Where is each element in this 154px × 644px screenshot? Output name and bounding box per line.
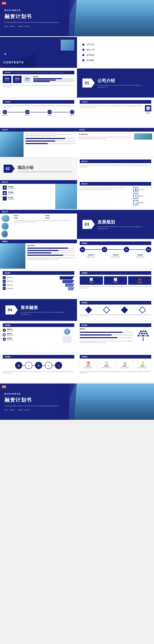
slide-section-03: 03 发展规划 print the presentation and make … [77, 210, 154, 239]
row-section4: 04 资本融资 print the presentation and make … [0, 299, 154, 321]
slide-project-icons: 项目介绍 print the presentation and make it … [77, 180, 154, 209]
contents-item-3: 发展规划 [82, 54, 148, 56]
cover-title: 融资计划书 [4, 13, 65, 20]
slide-project-list: 项目介绍 💡 财务数据财务数据说明 📋 财务数据财务数据说明 📱 财务数据财务数… [0, 180, 77, 209]
slide-capital-header: 发展规划 2020 2022 2024 2026 [77, 240, 154, 268]
collage-photo-2 [2, 223, 9, 230]
slide-capital-circles: 资本融资 💰 📊 🏦 📈 💼 print the presentation an… [0, 353, 77, 382]
slide-contents: CONTENTS 公司介绍 项目介绍 发展规划 资本融资 [0, 37, 154, 68]
cover-meta-author: 主题人： 演举办公 [4, 26, 15, 27]
final-meta-date: 汇报时间： XX年X月 [18, 409, 30, 411]
final-meta-author: 主题人： 演举办公 [4, 409, 15, 411]
final-cover-meta: 主题人： 演举办公 汇报时间： XX年X月 [4, 409, 65, 411]
contents-item-4: 资本融资 [82, 59, 148, 62]
cover-meta-date: 汇报时间： XX年X月 [18, 26, 30, 27]
final-cover-text: BUSINESS 融资计划书 print the presentation an… [0, 384, 70, 420]
slide-company-stats: 公司介绍 print the presentation and make it … [0, 68, 77, 98]
cover-text-area: BUSINESS 融资计划书 print the presentation an… [0, 0, 70, 36]
row-company-detail2: 公司介绍 print the presentation and make it … [0, 128, 154, 157]
cover-meta: 主题人： 演举办公 汇报时间： XX年X月 [4, 26, 65, 27]
final-business-label: BUSINESS [4, 392, 65, 395]
slide-capital-robot: 资本融资 💰 融资说明融资内容说明 📈 融资说明融资内容说明 [0, 322, 77, 352]
business-label: BUSINESS [4, 9, 65, 12]
slide-section-04: 04 资本融资 print the presentation and make … [0, 299, 77, 321]
dev-photo [0, 243, 25, 268]
contents-left: CONTENTS [0, 37, 77, 68]
contents-photo [61, 40, 74, 50]
contents-item-1: 公司介绍 [82, 43, 148, 46]
slide-project-intro-right: 项目介绍 print the presentation and make it … [77, 158, 154, 180]
slide-development-planning: 发展规划 发展计划说明 print the presentation and m… [0, 240, 77, 268]
slide-company-steps: 公司介绍 print the presentation and make it … [0, 98, 77, 127]
final-cover-title: 融资计划书 [4, 396, 65, 404]
slide-cover: 演示稿 BUSINESS 融资计划书 print the presentatio… [0, 0, 154, 36]
slide-section-02-left: 02 项目介绍 print the presentation and make … [0, 158, 77, 180]
slide-dev-bars: 发展规划 ▶ 发展说明内容 ▶ 发展说明内容 ▶ [0, 269, 77, 298]
presentation: 演示稿 BUSINESS 融资计划书 print the presentatio… [0, 0, 154, 420]
cover-subtitle: print the presentation and make it into … [4, 22, 65, 24]
row-capital-circles: 资本融资 💰 📊 🏦 📈 💼 print the presentation an… [0, 353, 154, 382]
row-project-detail1: 项目介绍 💡 财务数据财务数据说明 📋 财务数据财务数据说明 📱 财务数据财务数… [0, 180, 154, 209]
row-dev-grid: 发展规划 ▶ 发展说明内容 ▶ 发展说明内容 ▶ [0, 269, 154, 298]
collage-photo-3 [2, 230, 8, 238]
row-company-detail1: 公司介绍 print the presentation and make it … [0, 98, 154, 127]
slide-development-summary: 发展规划 🎯 融资要求 融资内容说明简述 📋 融资要求 融资内容说明简述 📊 融… [77, 353, 154, 382]
slide-section-01: 01 公司介绍 print the presentation and make … [77, 68, 154, 98]
slide-final-cover: 演示稿 BUSINESS 融资计划书 print the presentatio… [0, 384, 154, 420]
row-project-section3: 项目介绍 发展说明 发展说明 发展说明 发展说明 print the prese… [0, 210, 154, 239]
row-section2: 02 项目介绍 print the presentation and make … [0, 158, 154, 180]
contents-right: 公司介绍 项目介绍 发展规划 资本融资 [77, 37, 154, 68]
project-photo [55, 184, 77, 209]
slide-dev-grid: 发展规划 📊 发展说明 📈 发展说明 💼 发展说明 print the pres… [77, 269, 154, 298]
row-dev-capital: 发展规划 发展计划说明 print the presentation and m… [0, 240, 154, 268]
contents-label: CONTENTS [4, 61, 24, 64]
slide-company-photo-left: 公司介绍 print the presentation and make it … [0, 128, 77, 157]
final-cover-subtitle: print the presentation and make it into … [4, 405, 65, 407]
row-section1: 公司介绍 print the presentation and make it … [0, 68, 154, 98]
slide-company-detail-right: 公司介绍 print the presentation and make it … [77, 98, 154, 127]
slide-company-photo-right: 公司介绍 关于我们介绍 print the presentation and m… [77, 128, 154, 157]
company-stats-header-bar: 公司介绍 print the presentation and make it … [3, 71, 74, 74]
slide-capital-right: 资本融资 print the presentation and make it … [77, 299, 154, 321]
contents-item-2: 项目介绍 [82, 48, 148, 51]
row-capital-detail: 资本融资 💰 融资说明融资内容说明 📈 融资说明融资内容说明 [0, 322, 154, 352]
company-photo-2 [134, 134, 152, 140]
collage-photo-1 [2, 215, 10, 222]
slide-capital-tree: 资本融资 融资内容 print the presentation and mak… [77, 322, 154, 352]
company-photo [0, 132, 24, 157]
slide-project-collage: 项目介绍 发展说明 发展说明 发展说明 发展说明 print the prese… [0, 210, 77, 239]
